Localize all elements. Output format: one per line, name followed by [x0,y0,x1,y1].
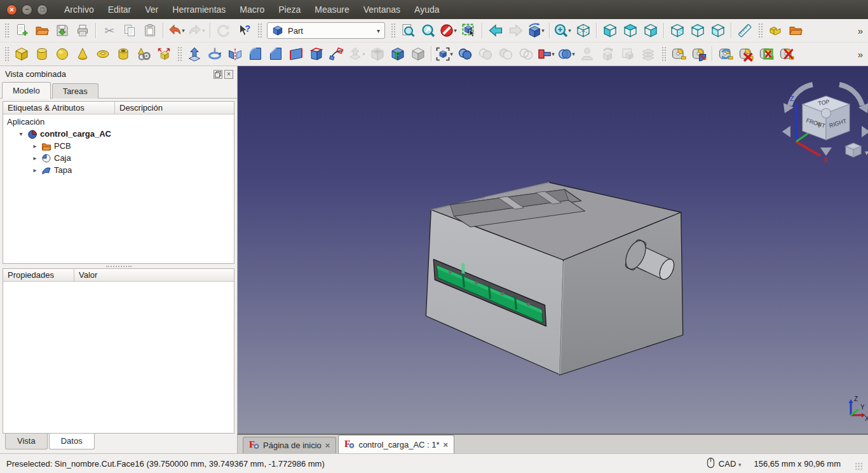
view-bottom-button[interactable] [688,21,708,41]
toolbar-grip[interactable] [257,22,262,39]
navigate-forward-button[interactable] [506,21,526,41]
navcube-mini-cube[interactable] [846,143,861,157]
print-document-button[interactable] [73,21,93,41]
chevron-down-icon[interactable]: ▾ [540,27,546,34]
menu-herramientas[interactable]: Herramientas [172,4,226,15]
draw-style-button[interactable]: ▾ [439,21,459,41]
panel-splitter[interactable] [0,264,237,268]
toolbar-grip[interactable] [4,22,9,39]
resize-grip[interactable] [855,462,863,470]
document-tab-control-carga-ac-1[interactable]: Fcontrol_carga_AC : 1*× [338,435,454,453]
navcube-left-arrow[interactable] [782,126,790,137]
section-cut-button[interactable] [618,45,638,64]
create-group-button[interactable] [786,21,806,41]
extrude-button[interactable] [185,45,205,64]
tree-item-tapa[interactable]: ▸Tapa [3,164,234,176]
create-primitives-button[interactable] [134,45,154,64]
create-part-button[interactable] [766,21,785,41]
menu-ventanas[interactable]: Ventanas [363,4,400,15]
toolbar-grip[interactable] [177,46,182,62]
cylinder-primitive-button[interactable] [32,45,52,64]
menu-pieza[interactable]: Pieza [278,4,301,15]
document-tab-pagina-de-inicio[interactable]: FPágina de inicio× [243,437,336,453]
measure-angular-button[interactable] [689,45,709,64]
dock-float-icon[interactable] [214,70,222,79]
view-left-button[interactable] [709,21,728,41]
menu-ver[interactable]: Ver [145,4,158,15]
make-compound-button[interactable]: ▾ [435,45,455,64]
fit-selection-button[interactable] [419,21,438,41]
tree-item-control-carga-ac[interactable]: ▾control_carga_AC [3,128,234,140]
boolean-union-button[interactable] [456,45,475,64]
measure-clear-button[interactable] [736,45,756,64]
chevron-down-icon[interactable]: ▾ [180,27,186,34]
menu-measure[interactable]: Measure [315,4,349,15]
toolbar-overflow-button[interactable]: » [858,25,863,36]
navcube-bottom-arrow[interactable] [820,147,832,156]
nav-style-selector[interactable]: CAD ▾ [719,459,742,469]
navigation-cube[interactable]: TOP FRONT RIGHT Z X Y ▼ [782,85,868,164]
thickness-button[interactable] [368,45,388,64]
tube-primitive-button[interactable] [114,45,133,64]
boolean-cut-button[interactable] [496,45,516,64]
view-front-button[interactable] [600,21,620,41]
tree-header-description[interactable]: Descripción [115,102,167,114]
revolve-button[interactable] [205,45,225,64]
measure-refresh-button[interactable] [716,45,736,64]
chamfer-button[interactable] [266,45,286,64]
caret-right-icon[interactable]: ▸ [31,167,39,174]
offset-button[interactable]: ▾ [348,45,367,64]
toggle-measurement-delta-button[interactable] [777,45,797,64]
boolean-common-button[interactable] [476,45,496,64]
menu-editar[interactable]: Editar [108,4,132,15]
sweep-button[interactable] [327,45,347,64]
whats-this-button[interactable]: ? [234,21,254,41]
dock-close-icon[interactable]: × [224,70,233,79]
close-icon[interactable]: × [325,441,330,450]
3d-scene[interactable]: TOP FRONT RIGHT Z X Y ▼ [238,66,868,434]
cut-button[interactable]: ✂ [100,21,119,41]
toolbar-grip[interactable] [661,46,666,62]
tree-header-labels[interactable]: Etiquetas & Atributos [3,102,115,114]
chevron-down-icon[interactable]: ▾ [452,27,458,34]
caret-right-icon[interactable]: ▸ [31,154,39,161]
zoom-tools-button[interactable]: ▾ [553,21,573,41]
window-close-button[interactable]: × [6,4,17,15]
chevron-down-icon[interactable]: ▾ [571,51,576,57]
model-enclosure[interactable] [426,182,682,375]
chevron-down-icon[interactable]: ▾ [550,51,556,57]
navigate-back-button[interactable] [486,21,506,41]
new-document-button[interactable] [12,21,32,41]
cone-primitive-button[interactable] [73,45,93,64]
toolbar-grip[interactable] [390,22,395,39]
toolbar-overflow-button[interactable]: » [858,49,863,60]
tree-root-application[interactable]: Aplicación [3,116,234,128]
view-right-button[interactable] [641,21,661,41]
fillet-button[interactable] [246,45,266,64]
combo-view-titlebar[interactable]: Vista combinada × [0,66,237,81]
torus-primitive-button[interactable] [93,45,113,64]
open-document-button[interactable] [32,21,52,41]
tab-datos[interactable]: Datos [49,434,95,449]
mirror-button[interactable] [226,45,245,64]
menu-macro[interactable]: Macro [240,4,264,15]
view-rear-button[interactable] [668,21,688,41]
axonometric-view-button[interactable] [574,21,593,41]
tree-item-pcb[interactable]: ▸PCB [3,140,234,152]
boolean-operation-button[interactable]: ▾ [557,45,577,64]
toolbar-grip[interactable] [757,22,763,39]
shape-builder-button[interactable] [154,45,174,64]
convert-to-solid-button[interactable] [409,45,428,64]
connect-objects-button[interactable]: ▾ [537,45,557,64]
chevron-down-icon[interactable]: ▾ [361,51,367,57]
defeaturing-button[interactable] [598,45,618,64]
caret-right-icon[interactable]: ▸ [31,142,39,149]
toolbar-grip[interactable] [4,46,9,62]
paste-button[interactable] [140,21,160,41]
box-element-selection-button[interactable] [459,21,479,41]
menu-archivo[interactable]: Archivo [64,4,94,15]
cube-primitive-button[interactable] [12,45,32,64]
navcube-right-arrow[interactable] [862,126,868,137]
menu-ayuda[interactable]: Ayuda [414,4,439,15]
window-maximize-button[interactable]: □ [37,4,48,15]
